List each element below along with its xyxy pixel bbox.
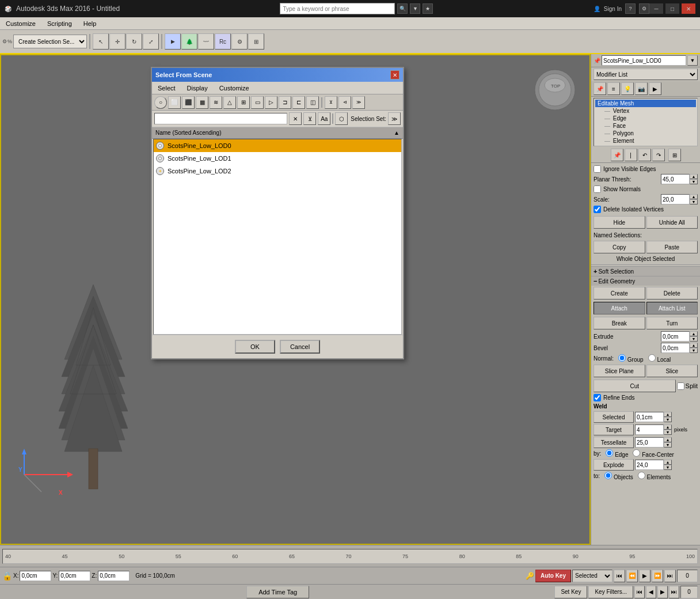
menu-customize[interactable]: Customize bbox=[3, 19, 38, 28]
dialog-list[interactable]: ScotsPine_Low_LOD0 ScotsPine_Low_LOD1 ✦ … bbox=[153, 139, 402, 335]
turn-btn[interactable]: Turn bbox=[646, 317, 698, 329]
dlg-tb-sort[interactable]: ⊻ bbox=[325, 96, 337, 109]
tree-polygon[interactable]: — Polygon bbox=[595, 130, 696, 137]
create-btn[interactable]: Create bbox=[594, 287, 645, 300]
dlg-tb-box[interactable]: ⊞ bbox=[237, 96, 250, 109]
close-button[interactable]: ✕ bbox=[682, 3, 695, 14]
ignore-visible-edges-cb[interactable] bbox=[594, 165, 601, 173]
edge-radio[interactable] bbox=[606, 449, 613, 457]
tree-face[interactable]: — Face bbox=[595, 122, 696, 130]
weld-sel-down[interactable]: ▼ bbox=[664, 417, 672, 422]
y-input[interactable] bbox=[59, 571, 90, 581]
scale-input[interactable] bbox=[661, 194, 690, 204]
dialog-close-button[interactable]: ✕ bbox=[390, 70, 400, 79]
rp-separator-btn[interactable]: | bbox=[625, 149, 637, 161]
add-time-tag-btn[interactable]: Add Time Tag bbox=[246, 586, 309, 598]
render-btn[interactable]: ▶ bbox=[165, 33, 181, 50]
dlg-search-filter-icon[interactable]: ⊻ bbox=[303, 112, 316, 125]
dialog-ok-button[interactable]: OK bbox=[235, 340, 275, 354]
dlg-tb-more[interactable]: ≫ bbox=[352, 96, 365, 109]
tree-element[interactable]: — Element bbox=[595, 137, 696, 145]
rp-undo-btn[interactable]: ↶ bbox=[638, 149, 651, 161]
copy-btn[interactable]: Copy bbox=[594, 241, 645, 253]
show-normals-cb[interactable] bbox=[594, 185, 601, 193]
search-options-icon[interactable]: ▼ bbox=[410, 3, 420, 14]
frame-number-input[interactable] bbox=[680, 586, 698, 598]
frame-nav-start[interactable]: ⏮ bbox=[634, 586, 645, 598]
dlg-tb-geo[interactable]: △ bbox=[223, 96, 236, 109]
settings-icon[interactable]: ⚙ bbox=[639, 3, 649, 14]
group-radio[interactable] bbox=[618, 354, 626, 362]
refine-ends-cb[interactable] bbox=[594, 394, 601, 401]
weld-selected-input[interactable] bbox=[635, 412, 664, 422]
break-btn[interactable]: Break bbox=[594, 317, 645, 329]
weld-sel-up[interactable]: ▲ bbox=[664, 412, 672, 417]
attach-list-btn[interactable]: Attach List bbox=[646, 302, 698, 314]
sign-in[interactable]: Sign In bbox=[604, 6, 622, 12]
frame-nav-end[interactable]: ⏭ bbox=[669, 586, 679, 598]
z-input[interactable] bbox=[98, 571, 130, 581]
edit-geometry-header[interactable]: − Edit Geometry bbox=[591, 276, 700, 286]
list-item-0[interactable]: ScotsPine_Low_LOD0 bbox=[154, 139, 401, 152]
split-cb[interactable] bbox=[677, 382, 684, 390]
list-item-2[interactable]: ✦ ScotsPine_Low_LOD2 bbox=[154, 165, 401, 177]
auto-key-btn[interactable]: Auto Key bbox=[535, 570, 571, 582]
bookmark-icon[interactable]: ★ bbox=[423, 3, 433, 14]
attach-btn[interactable]: Attach bbox=[594, 302, 645, 314]
x-input[interactable] bbox=[20, 571, 51, 581]
rp-tb-light[interactable]: 💡 bbox=[621, 82, 634, 95]
explode-input[interactable] bbox=[635, 460, 664, 470]
extrude-input[interactable] bbox=[661, 331, 690, 342]
local-radio[interactable] bbox=[648, 354, 656, 362]
dlg-tb-select[interactable]: ⬜ bbox=[168, 96, 181, 109]
time-next-btn[interactable]: ⏩ bbox=[652, 570, 663, 582]
weld-target-btn[interactable]: Target bbox=[594, 424, 634, 435]
rp-tb-pin[interactable]: 📌 bbox=[594, 82, 606, 95]
time-end-btn[interactable]: ⏭ bbox=[664, 570, 676, 582]
dlg-search-case[interactable]: Aa bbox=[318, 112, 330, 125]
dlg-tb-arrow[interactable]: ▷ bbox=[265, 96, 277, 109]
planar-thresh-up[interactable]: ▲ bbox=[690, 174, 698, 179]
rp-redo-btn[interactable]: ↷ bbox=[652, 149, 665, 161]
dlg-tb-filter2[interactable]: ⊲ bbox=[338, 96, 351, 109]
search-input[interactable] bbox=[280, 3, 395, 14]
tessellate-input[interactable] bbox=[635, 437, 664, 448]
hide-btn[interactable]: Hide bbox=[594, 216, 645, 229]
objects-radio[interactable] bbox=[604, 472, 612, 479]
tess-down[interactable]: ▼ bbox=[664, 442, 672, 448]
bevel-input[interactable] bbox=[661, 343, 690, 353]
dialog-menu-select[interactable]: Select bbox=[152, 84, 181, 93]
settings-btn[interactable]: ⚙ bbox=[231, 33, 248, 50]
planar-thresh-down[interactable]: ▼ bbox=[690, 179, 698, 184]
time-start-btn[interactable]: ⏮ bbox=[614, 570, 625, 582]
menu-scripting[interactable]: Scripting bbox=[45, 19, 74, 28]
key-filters-btn[interactable]: Key Filters... bbox=[588, 586, 633, 598]
scale-btn[interactable]: ⤢ bbox=[143, 33, 159, 50]
minimize-button[interactable]: ─ bbox=[649, 3, 663, 14]
select-btn[interactable]: ↖ bbox=[93, 33, 109, 50]
dlg-tb-step2[interactable]: ⊏ bbox=[292, 96, 305, 109]
rp-pin-btn[interactable]: 📌 bbox=[611, 149, 623, 161]
rotate-btn[interactable]: ↻ bbox=[126, 33, 142, 50]
elements-radio[interactable] bbox=[638, 472, 645, 479]
dialog-menu-customize[interactable]: Customize bbox=[214, 84, 255, 93]
schematic-btn[interactable]: Rc bbox=[215, 33, 231, 50]
weld-target-input[interactable] bbox=[635, 424, 664, 435]
face-center-radio[interactable] bbox=[633, 449, 640, 457]
dlg-search-clear[interactable]: ✕ bbox=[289, 112, 302, 125]
delete-isolated-cb[interactable] bbox=[594, 206, 601, 213]
dialog-cancel-button[interactable]: Cancel bbox=[280, 340, 320, 354]
tree-vertex[interactable]: — Vertex bbox=[595, 107, 696, 115]
selected-dropdown[interactable]: Selected bbox=[572, 570, 612, 582]
curve-btn[interactable]: 〰 bbox=[198, 33, 214, 50]
cut-btn[interactable]: Cut bbox=[594, 380, 676, 392]
dialog-search-input[interactable] bbox=[154, 113, 287, 124]
frame-nav-prev[interactable]: ◀ bbox=[646, 586, 656, 598]
planar-thresh-input[interactable] bbox=[661, 174, 690, 184]
tess-up[interactable]: ▲ bbox=[664, 437, 672, 442]
timeline-ruler[interactable]: 40 45 50 55 60 65 70 75 80 85 90 95 100 bbox=[2, 549, 698, 564]
time-play-btn[interactable]: ▶ bbox=[639, 570, 650, 582]
rp-tb-camera[interactable]: 📷 bbox=[635, 82, 648, 95]
tree-edge[interactable]: — Edge bbox=[595, 115, 696, 122]
explode-btn[interactable]: Explode bbox=[594, 459, 634, 471]
